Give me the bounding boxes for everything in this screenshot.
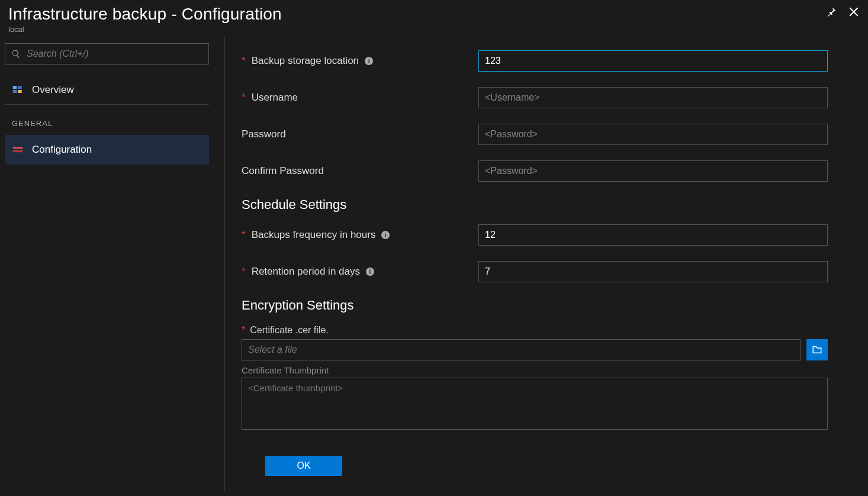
page-subtitle: local <box>8 25 860 34</box>
ok-button[interactable]: OK <box>265 456 342 476</box>
sidebar-item-configuration[interactable]: Configuration <box>5 135 209 165</box>
info-icon[interactable]: i <box>366 268 374 276</box>
configuration-icon <box>12 144 24 156</box>
info-icon[interactable]: i <box>381 231 390 239</box>
sidebar-item-label: Overview <box>32 84 74 96</box>
frequency-input[interactable] <box>478 224 828 246</box>
sidebar: Overview GENERAL Configuration <box>0 37 225 492</box>
label-thumbprint: Certificate Thumbprint <box>242 365 851 375</box>
svg-rect-3 <box>18 90 22 93</box>
svg-rect-0 <box>13 86 17 89</box>
sidebar-item-overview[interactable]: Overview <box>5 75 209 105</box>
sidebar-item-label: Configuration <box>32 144 92 156</box>
sidebar-section-general: GENERAL <box>5 105 220 135</box>
browse-file-button[interactable] <box>806 339 828 360</box>
username-input[interactable] <box>478 87 828 108</box>
svg-rect-5 <box>13 150 23 152</box>
label-frequency: * Backups frequency in hours i <box>242 229 478 241</box>
cert-file-input[interactable] <box>242 339 801 360</box>
page-title: Infrastructure backup - Configuration <box>8 5 860 24</box>
overview-icon <box>12 84 24 96</box>
svg-rect-1 <box>18 86 22 89</box>
folder-icon <box>812 344 822 355</box>
svg-rect-4 <box>13 147 23 149</box>
content-pane: * Backup storage location i * Username P… <box>225 37 868 492</box>
info-icon[interactable]: i <box>365 57 373 65</box>
schedule-settings-heading: Schedule Settings <box>242 197 851 212</box>
encryption-settings-heading: Encryption Settings <box>242 298 851 313</box>
label-backup-location: * Backup storage location i <box>242 55 478 67</box>
label-confirm-password: Confirm Password <box>242 165 478 177</box>
label-cert-file: * Certificate .cer file. <box>242 325 851 336</box>
confirm-password-input[interactable] <box>478 160 828 182</box>
pin-icon[interactable] <box>825 6 837 18</box>
search-input[interactable] <box>27 49 202 59</box>
svg-rect-2 <box>13 90 17 93</box>
label-username: * Username <box>242 92 478 104</box>
thumbprint-textarea[interactable] <box>242 378 828 430</box>
search-icon <box>11 49 21 59</box>
blade-header: Infrastructure backup - Configuration lo… <box>0 0 868 37</box>
password-input[interactable] <box>478 124 828 145</box>
search-box[interactable] <box>5 43 209 65</box>
backup-location-input[interactable] <box>478 50 828 72</box>
retention-input[interactable] <box>478 261 828 282</box>
label-retention: * Retention period in days i <box>242 266 478 278</box>
label-password: Password <box>242 128 478 140</box>
close-icon[interactable] <box>848 6 860 18</box>
